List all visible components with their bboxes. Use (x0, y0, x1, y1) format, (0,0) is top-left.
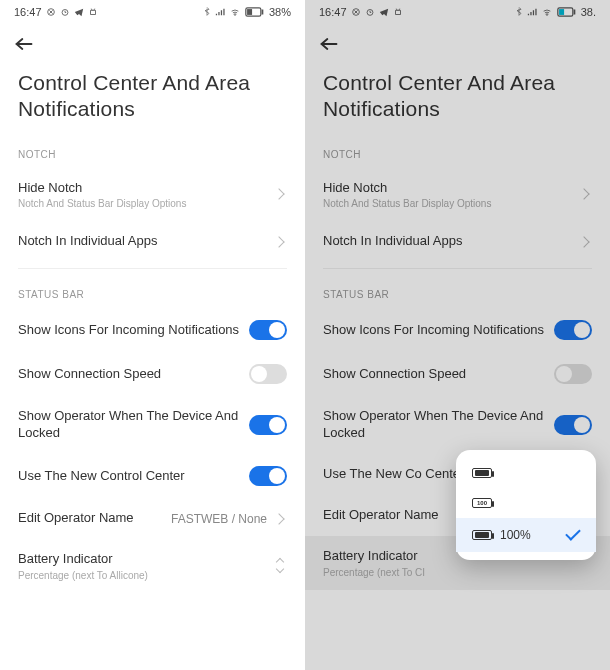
signal-icon (527, 7, 537, 17)
screen-left: 16:47 38% Control Center And Area Notifi… (0, 0, 305, 670)
status-time: 16:47 (319, 6, 347, 18)
check-icon (565, 525, 581, 541)
battery-number-icon: 100 (472, 498, 492, 508)
status-battery: 38% (269, 6, 291, 18)
notch-individual-row[interactable]: Notch In Individual Apps (0, 221, 305, 262)
show-icons-toggle[interactable] (554, 320, 592, 340)
notch-individual-row[interactable]: Notch In Individual Apps (305, 221, 610, 262)
hide-notch-title: Hide Notch (18, 180, 275, 197)
svg-rect-3 (262, 10, 264, 15)
notch-individual-title: Notch In Individual Apps (18, 233, 275, 250)
wifi-icon (541, 7, 553, 17)
signal-icon (215, 7, 225, 17)
edit-operator-value: FASTWEB / None (171, 512, 267, 526)
alarm-dismiss-icon (351, 7, 361, 17)
section-notch-label: NOTCH (305, 135, 610, 168)
hide-notch-row[interactable]: Hide Notch Notch And Status Bar Display … (0, 168, 305, 222)
back-button[interactable] (319, 34, 339, 54)
status-bar: 16:47 38. (305, 0, 610, 24)
show-icons-toggle[interactable] (249, 320, 287, 340)
battery-option-label: 100% (500, 528, 531, 542)
battery-indicator-popup: 100 100% (456, 450, 596, 560)
battery-icon (245, 7, 265, 17)
svg-rect-9 (559, 9, 564, 15)
chevron-right-icon (578, 236, 589, 247)
status-time: 16:47 (14, 6, 42, 18)
chevron-right-icon (578, 189, 589, 200)
chevron-right-icon (273, 513, 284, 524)
svg-rect-4 (247, 9, 252, 15)
edit-operator-row[interactable]: Edit Operator Name FASTWEB / None (0, 498, 305, 539)
show-icons-row[interactable]: Show Icons For Incoming Notifications (0, 308, 305, 352)
status-battery: 38. (581, 6, 596, 18)
screen-right: 16:47 38. Control Center And Area Notifi… (305, 0, 610, 670)
alarm-icon (365, 7, 375, 17)
battery-indicator-row[interactable]: Battery Indicator Percentage (next To Al… (0, 539, 305, 593)
connection-speed-toggle[interactable] (554, 364, 592, 384)
section-notch-label: NOTCH (0, 135, 305, 168)
divider (323, 268, 592, 269)
telegram-icon (74, 7, 84, 17)
show-operator-row[interactable]: Show Operator When The Device And Locked (0, 396, 305, 454)
status-bar: 16:47 38% (0, 0, 305, 24)
divider (18, 268, 287, 269)
battery-full-icon (472, 530, 492, 540)
section-statusbar-label: STATUS BAR (305, 275, 610, 308)
svg-rect-8 (573, 10, 575, 15)
battery-icon (557, 7, 577, 17)
battery-option-next-to[interactable]: 100% (456, 518, 596, 552)
battery-option-inside[interactable]: 100 (456, 488, 596, 518)
alarm-icon (60, 7, 70, 17)
new-control-center-row[interactable]: Use The New Control Center (0, 454, 305, 498)
wifi-icon (229, 7, 241, 17)
show-operator-toggle[interactable] (249, 415, 287, 435)
battery-full-icon (472, 468, 492, 478)
page-title: Control Center And Area Notifications (305, 64, 610, 135)
android-icon (88, 7, 98, 17)
back-button[interactable] (14, 34, 34, 54)
bluetooth-icon (203, 7, 211, 17)
updown-chevron-icon (277, 559, 283, 572)
hide-notch-row[interactable]: Hide Notch Notch And Status Bar Display … (305, 168, 610, 222)
show-operator-row[interactable]: Show Operator When The Device And Locked (305, 396, 610, 454)
chevron-right-icon (273, 189, 284, 200)
show-operator-toggle[interactable] (554, 415, 592, 435)
hide-notch-sub: Notch And Status Bar Display Options (18, 198, 275, 209)
new-control-center-toggle[interactable] (249, 466, 287, 486)
bluetooth-icon (515, 7, 523, 17)
connection-speed-row[interactable]: Show Connection Speed (305, 352, 610, 396)
connection-speed-row[interactable]: Show Connection Speed (0, 352, 305, 396)
alarm-dismiss-icon (46, 7, 56, 17)
android-icon (393, 7, 403, 17)
page-title: Control Center And Area Notifications (0, 64, 305, 135)
chevron-right-icon (273, 236, 284, 247)
section-statusbar-label: STATUS BAR (0, 275, 305, 308)
connection-speed-toggle[interactable] (249, 364, 287, 384)
show-icons-row[interactable]: Show Icons For Incoming Notifications (305, 308, 610, 352)
battery-option-graphic[interactable] (456, 458, 596, 488)
telegram-icon (379, 7, 389, 17)
